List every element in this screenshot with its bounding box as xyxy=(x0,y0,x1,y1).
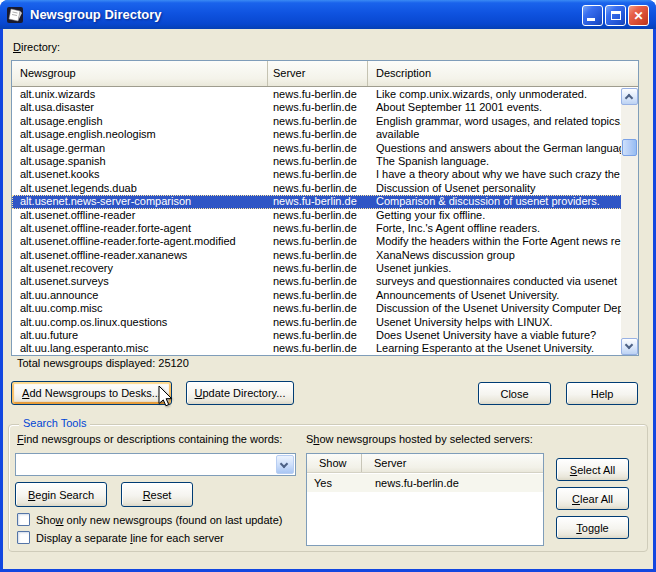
close-button[interactable]: Close xyxy=(478,382,551,405)
scroll-down-button[interactable] xyxy=(621,338,638,355)
title-bar[interactable]: Newsgroup Directory ✕ xyxy=(0,0,656,29)
table-row[interactable]: alt.usenet.offline-reader news.fu-berlin… xyxy=(12,209,621,222)
checkbox-show-only-new[interactable]: Show only new newsgroups (found on last … xyxy=(17,513,282,526)
search-tools-groupbox: Search Tools Find newsgroups or descript… xyxy=(8,424,648,552)
table-row[interactable]: alt.unix.wizards news.fu-berlin.de Like … xyxy=(12,88,621,101)
table-row[interactable]: alt.usage.german news.fu-berlin.de Quest… xyxy=(12,142,621,155)
cell-newsgroup: alt.uu.comp.os.linux.questions xyxy=(12,316,268,329)
servers-table-body: Yes news.fu-berlin.de xyxy=(307,474,543,545)
checkbox-show-only-new-label: Show only new newsgroups (found on last … xyxy=(36,514,282,526)
cell-description: The Spanish language. xyxy=(368,155,621,168)
cell-description: Forte, Inc.'s Agent offline readers. xyxy=(368,222,621,235)
cell-server: news.fu-berlin.de xyxy=(268,329,368,342)
table-row[interactable]: alt.uu.comp.misc news.fu-berlin.de Discu… xyxy=(12,302,621,315)
reset-button[interactable]: Reset xyxy=(121,482,193,507)
newsgroup-app-icon[interactable] xyxy=(7,6,25,24)
table-row[interactable]: alt.usenet.surveys news.fu-berlin.de sur… xyxy=(12,275,621,288)
update-directory-button[interactable]: Update Directory... xyxy=(186,381,294,405)
cell-description: Modify the headers within the Forte Agen… xyxy=(368,235,621,248)
cell-newsgroup: alt.usenet.offline-reader.forte-agent xyxy=(12,222,268,235)
table-row[interactable]: alt.usenet.news-server-comparison news.f… xyxy=(12,195,621,208)
total-newsgroups-label: Total newsgroups displayed: 25120 xyxy=(17,357,189,369)
maximize-button[interactable] xyxy=(605,5,626,26)
cell-newsgroup: alt.usenet.surveys xyxy=(12,275,268,288)
table-row[interactable]: alt.usage.spanish news.fu-berlin.de The … xyxy=(12,155,621,168)
cell-newsgroup: alt.uu.announce xyxy=(12,289,268,302)
scroll-thumb[interactable] xyxy=(622,139,637,156)
column-header-newsgroup[interactable]: Newsgroup xyxy=(12,61,268,86)
dialog-client-area: Directory: Newsgroup Server Description … xyxy=(3,29,653,569)
cell-newsgroup: alt.usenet.offline-reader.xananews xyxy=(12,249,268,262)
cell-description: Getting your fix offline. xyxy=(368,209,621,222)
table-row[interactable]: alt.uu.lang.esperanto.misc news.fu-berli… xyxy=(12,342,621,355)
close-window-button[interactable]: ✕ xyxy=(628,5,649,26)
select-all-button[interactable]: Select All xyxy=(556,458,629,481)
clear-all-button[interactable]: Clear All xyxy=(556,487,629,510)
cell-description: surveys and questionnaires conducted via… xyxy=(368,275,621,288)
table-row[interactable]: alt.uu.comp.os.linux.questions news.fu-b… xyxy=(12,316,621,329)
checkbox-icon xyxy=(17,513,30,526)
scroll-up-button[interactable] xyxy=(621,88,638,105)
table-row[interactable]: alt.usenet.offline-reader.forte-agent ne… xyxy=(12,222,621,235)
search-tools-title: Search Tools xyxy=(19,417,90,429)
cell-description: Usenet junkies. xyxy=(368,262,621,275)
cell-newsgroup: alt.uu.lang.esperanto.misc xyxy=(12,342,268,355)
servers-header-server[interactable]: Server xyxy=(362,454,543,472)
cell-newsgroup: alt.uu.future xyxy=(12,329,268,342)
cell-server: news.fu-berlin.de xyxy=(268,128,368,141)
cell-description: Announcements of Usenet University. xyxy=(368,289,621,302)
cell-newsgroup: alt.uu.comp.misc xyxy=(12,302,268,315)
cell-server: news.fu-berlin.de xyxy=(268,155,368,168)
cell-server: news.fu-berlin.de xyxy=(268,342,368,355)
column-header-server[interactable]: Server xyxy=(268,61,368,86)
help-button[interactable]: Help xyxy=(566,382,638,405)
newsgroup-directory-window: Newsgroup Directory ✕ Directory: Newsgro… xyxy=(0,0,656,572)
cell-server: news.fu-berlin.de xyxy=(268,262,368,275)
table-row[interactable]: alt.uu.future news.fu-berlin.de Does Use… xyxy=(12,329,621,342)
cell-server: news.fu-berlin.de xyxy=(268,182,368,195)
cell-newsgroup: alt.unix.wizards xyxy=(12,88,268,101)
servers-table: Show Server Yes news.fu-berlin.de xyxy=(306,453,544,546)
combo-dropdown-button[interactable] xyxy=(276,455,294,474)
servers-header-show[interactable]: Show xyxy=(307,454,362,472)
find-combobox xyxy=(15,453,296,476)
cell-newsgroup: alt.usage.german xyxy=(12,142,268,155)
cell-server: news.fu-berlin.de xyxy=(268,235,368,248)
checkbox-icon xyxy=(17,531,30,544)
table-row[interactable]: alt.usenet.legends.duab news.fu-berlin.d… xyxy=(12,182,621,195)
table-row[interactable]: alt.usage.english.neologism news.fu-berl… xyxy=(12,128,621,141)
cell-newsgroup: alt.usage.english.neologism xyxy=(12,128,268,141)
column-header-description[interactable]: Description xyxy=(368,61,638,86)
cell-show: Yes xyxy=(307,474,362,492)
cell-newsgroup: alt.usage.english xyxy=(12,115,268,128)
checkbox-separate-line[interactable]: Display a separate line for each server xyxy=(17,531,224,544)
directory-label: Directory: xyxy=(13,41,60,53)
cell-newsgroup: alt.usa.disaster xyxy=(12,101,268,114)
table-row[interactable]: alt.usenet.offline-reader.forte-agent.mo… xyxy=(12,235,621,248)
table-row[interactable]: alt.uu.announce news.fu-berlin.de Announ… xyxy=(12,289,621,302)
table-row[interactable]: alt.usa.disaster news.fu-berlin.de About… xyxy=(12,101,621,114)
add-newsgroups-button[interactable]: Add Newsgroups to Desks... xyxy=(11,381,172,405)
server-row[interactable]: Yes news.fu-berlin.de xyxy=(307,474,543,492)
newsgroup-table-body: alt.unix.wizards news.fu-berlin.de Like … xyxy=(12,88,621,355)
cell-newsgroup: alt.usenet.offline-reader xyxy=(12,209,268,222)
cell-server: news.fu-berlin.de xyxy=(268,142,368,155)
cell-newsgroup: alt.usenet.kooks xyxy=(12,168,268,181)
table-row[interactable]: alt.usage.english news.fu-berlin.de Engl… xyxy=(12,115,621,128)
toggle-button[interactable]: Toggle xyxy=(556,516,629,539)
cell-server: news.fu-berlin.de xyxy=(268,249,368,262)
cell-server: news.fu-berlin.de xyxy=(268,302,368,315)
cell-server: news.fu-berlin.de xyxy=(362,474,543,492)
table-row[interactable]: alt.usenet.offline-reader.xananews news.… xyxy=(12,249,621,262)
minimize-button[interactable] xyxy=(582,5,603,26)
vertical-scrollbar[interactable] xyxy=(621,88,638,355)
cell-description: Learning Esperanto at the Usenet Univers… xyxy=(368,342,621,355)
table-row[interactable]: alt.usenet.recovery news.fu-berlin.de Us… xyxy=(12,262,621,275)
cell-newsgroup: alt.usenet.news-server-comparison xyxy=(12,195,268,208)
begin-search-button[interactable]: Begin Search xyxy=(15,482,107,507)
checkbox-separate-line-label: Display a separate line for each server xyxy=(36,532,224,544)
cell-description: Discussion of Usenet personality xyxy=(368,182,621,195)
table-row[interactable]: alt.usenet.kooks news.fu-berlin.de I hav… xyxy=(12,168,621,181)
find-input[interactable] xyxy=(18,456,273,473)
cell-server: news.fu-berlin.de xyxy=(268,289,368,302)
